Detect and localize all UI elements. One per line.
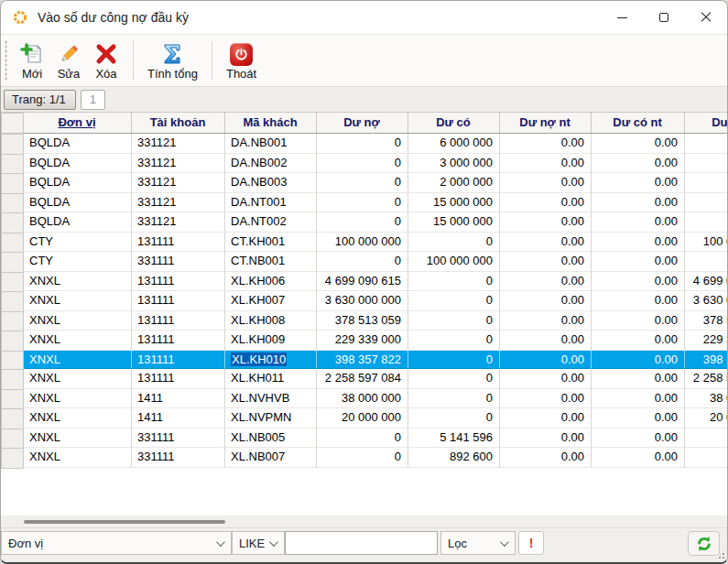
cell-donvi[interactable]: BQLDA (24, 154, 132, 174)
cell-taikhoan[interactable]: 331111 (132, 428, 225, 449)
cell-duno[interactable]: 3 630 000 000 (317, 291, 408, 311)
cell-donvi[interactable]: CTY (24, 233, 132, 253)
filter-operator-select[interactable]: LIKE (232, 531, 285, 555)
cell-makhach[interactable]: DA.NT001 (225, 193, 317, 213)
cell-taikhoan[interactable]: 331121 (132, 154, 225, 174)
cell-makhach[interactable]: DA.NB001 (225, 134, 317, 154)
cell-duco[interactable]: 0 (408, 351, 500, 370)
table-row[interactable]: BQLDA331121DA.NB00203 000 0000.000.000 (1, 154, 727, 174)
table-row[interactable]: BQLDA331121DA.NB00106 000 0000.000.000 (1, 134, 727, 154)
cell-duco[interactable]: 0 (408, 331, 500, 351)
cell-dunont[interactable]: 0.00 (500, 134, 592, 154)
cell-duno2[interactable]: 0 (685, 173, 727, 193)
toolbar-grip[interactable] (4, 40, 8, 81)
delete-button[interactable]: Xóa (87, 38, 125, 83)
column-header-taikhoan[interactable]: Tài khoản (132, 113, 225, 133)
cell-taikhoan[interactable]: 331121 (132, 212, 225, 233)
cell-donvi[interactable]: XNXL (24, 408, 132, 428)
filter-action-select[interactable]: Lọc (440, 531, 516, 555)
close-button[interactable] (685, 1, 727, 34)
cell-donvi[interactable]: XNXL (24, 428, 132, 449)
cell-duno2[interactable]: 0 (685, 134, 727, 154)
cell-duco[interactable]: 0 (408, 389, 500, 409)
cell-ducont[interactable]: 0.00 (592, 193, 685, 213)
cell-duno[interactable]: 4 699 090 615 (317, 272, 408, 292)
cell-taikhoan[interactable]: 131111 (132, 291, 225, 311)
cell-makhach[interactable]: DA.NB003 (225, 173, 317, 193)
cell-ducont[interactable]: 0.00 (592, 389, 685, 409)
cell-dunont[interactable]: 0.00 (500, 389, 592, 409)
row-selector[interactable] (1, 154, 24, 175)
cell-taikhoan[interactable]: 1411 (132, 408, 225, 428)
cell-ducont[interactable]: 0.00 (592, 351, 685, 370)
cell-taikhoan[interactable]: 331111 (132, 252, 225, 272)
column-header-ducont[interactable]: Dư có nt (592, 113, 685, 133)
cell-taikhoan[interactable]: 331121 (132, 193, 225, 213)
cell-duno2[interactable]: 0 (685, 212, 727, 233)
cell-dunont[interactable]: 0.00 (500, 233, 592, 253)
cell-donvi[interactable]: BQLDA (24, 134, 132, 154)
cell-ducont[interactable]: 0.00 (592, 173, 685, 193)
cell-duno[interactable]: 378 513 059 (317, 311, 408, 331)
cell-duno2[interactable]: 0 (685, 448, 727, 468)
table-row[interactable]: CTY131111CT.KH001100 000 00000.000.00100… (1, 233, 727, 253)
cell-taikhoan[interactable]: 131111 (132, 311, 225, 331)
cell-makhach[interactable]: XL.KH010 (225, 351, 317, 370)
cell-taikhoan[interactable]: 331121 (132, 173, 225, 193)
table-row[interactable]: XNXL131111XL.KH0064 699 090 61500.000.00… (1, 272, 727, 292)
row-selector[interactable] (1, 212, 24, 233)
cell-donvi[interactable]: XNXL (24, 291, 132, 311)
cell-duno[interactable]: 0 (317, 212, 408, 233)
cell-taikhoan[interactable]: 131111 (132, 369, 225, 389)
cell-ducont[interactable]: 0.00 (592, 448, 685, 468)
row-selector[interactable] (1, 233, 24, 254)
cell-duno[interactable]: 398 357 822 (317, 351, 408, 370)
cell-makhach[interactable]: XL.NB007 (225, 448, 317, 468)
cell-duco[interactable]: 0 (408, 311, 500, 331)
cell-duno[interactable]: 0 (317, 428, 408, 449)
cell-duno2[interactable]: 38 000 000 (685, 389, 727, 409)
scrollbar-thumb[interactable] (24, 520, 225, 524)
cell-duno[interactable]: 0 (317, 252, 408, 272)
cell-duno2[interactable]: 398 357 822 (685, 351, 727, 370)
cell-ducont[interactable]: 0.00 (592, 331, 685, 351)
cell-taikhoan[interactable]: 131111 (132, 331, 225, 351)
cell-makhach[interactable]: DA.NT002 (225, 212, 317, 233)
cell-makhach[interactable]: XL.NVHVB (225, 389, 317, 409)
cell-dunont[interactable]: 0.00 (500, 428, 592, 449)
column-header-duco[interactable]: Dư có (408, 113, 500, 133)
table-row[interactable]: XNXL331111XL.NB0070892 6000.000.000 (1, 448, 727, 468)
table-row[interactable]: BQLDA331121DA.NT002015 000 0000.000.000 (1, 212, 727, 233)
cell-duno[interactable]: 20 000 000 (317, 408, 408, 428)
cell-dunont[interactable]: 0.00 (500, 252, 592, 272)
cell-donvi[interactable]: XNXL (24, 272, 132, 292)
cell-duno2[interactable]: 0 (685, 252, 727, 272)
refresh-button[interactable] (688, 531, 720, 556)
column-header-duno2[interactable]: Dư nợ (685, 113, 727, 133)
table-row[interactable]: XNXL331111XL.NB00505 141 5960.000.000 (1, 428, 727, 449)
cell-donvi[interactable]: XNXL (24, 331, 132, 351)
horizontal-scrollbar[interactable] (1, 515, 727, 527)
cell-ducont[interactable]: 0.00 (592, 291, 685, 311)
row-selector[interactable] (1, 252, 24, 273)
cell-makhach[interactable]: CT.NB001 (225, 252, 317, 272)
edit-button[interactable]: Sửa (50, 38, 87, 83)
filter-field-select[interactable]: Đơn vị (1, 531, 232, 555)
row-selector[interactable] (1, 311, 24, 332)
row-selector[interactable] (1, 134, 24, 155)
cell-donvi[interactable]: XNXL (24, 351, 132, 370)
cell-dunont[interactable]: 0.00 (500, 173, 592, 193)
cell-dunont[interactable]: 0.00 (500, 351, 592, 370)
cell-makhach[interactable]: CT.KH001 (225, 233, 317, 253)
cell-duno[interactable]: 0 (317, 154, 408, 174)
cell-duno[interactable]: 0 (317, 193, 408, 213)
cell-dunont[interactable]: 0.00 (500, 154, 592, 174)
cell-makhach[interactable]: XL.KH011 (225, 369, 317, 389)
cell-makhach[interactable]: XL.KH006 (225, 272, 317, 292)
cell-dunont[interactable]: 0.00 (500, 331, 592, 351)
filter-warning-button[interactable]: ! (518, 531, 544, 555)
cell-ducont[interactable]: 0.00 (592, 428, 685, 449)
cell-taikhoan[interactable]: 331121 (132, 134, 225, 154)
cell-duno2[interactable]: 378 513 059 (685, 311, 727, 331)
row-selector-header[interactable] (1, 113, 24, 134)
